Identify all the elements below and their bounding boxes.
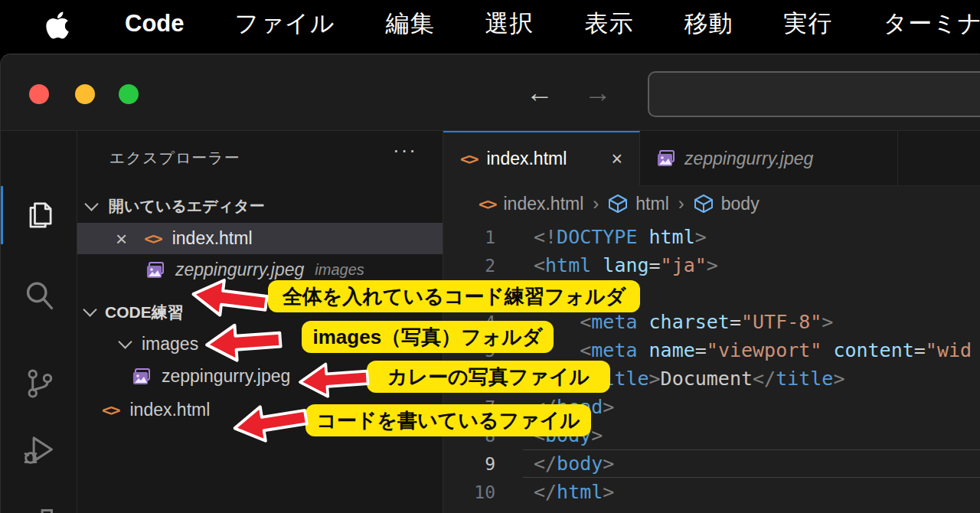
annotation-text: カレーの写真ファイル [367, 361, 610, 393]
html-file-icon: <> [144, 229, 162, 248]
chevron-down-icon [83, 302, 96, 316]
chevron-down-icon [118, 335, 132, 348]
screenshot-root: Codeファイル編集選択表示移動実行ターミナル ← → [0, 0, 980, 513]
breadcrumb-separator-icon: › [593, 193, 599, 214]
tab-index.html[interactable]: <>index.html× [443, 131, 640, 186]
image-file-icon [146, 262, 165, 279]
image-file-icon [132, 368, 151, 385]
maximize-window-button[interactable] [119, 84, 139, 104]
html-file-icon: <> [460, 149, 478, 168]
menubar-item-2[interactable]: 編集 [385, 8, 434, 40]
open-editors-section[interactable]: 開いているエディター [77, 191, 443, 222]
annotation-text: コードを書いているファイル [305, 404, 591, 436]
line-number: 9 [443, 454, 495, 474]
breadcrumb-item[interactable]: html [635, 194, 668, 214]
html-file-icon: <> [102, 400, 119, 420]
breadcrumb: <>index.html›html›body [443, 186, 980, 221]
tree-item-label: index.html [130, 400, 211, 420]
activity-bar [1, 131, 77, 513]
menubar-items: Codeファイル編集選択表示移動実行ターミナル [125, 0, 980, 47]
annotation-text: images（写真）フォルダ [302, 321, 554, 353]
tab-zeppingurry.jpeg[interactable]: zeppingurry.jpeg [640, 131, 898, 186]
explorer-icon[interactable] [22, 198, 56, 232]
search-icon[interactable] [22, 279, 56, 312]
annotation-text: 全体を入れているコード練習フォルダ [268, 280, 640, 312]
code-text: <meta charset="UTF-8"> [534, 311, 833, 333]
tree-item-label: zeppingurry.jpeg [162, 366, 290, 387]
annotation-callout: コードを書いているファイル [305, 404, 591, 436]
run-debug-icon[interactable] [22, 433, 56, 466]
editor-folder-description: images [315, 261, 364, 279]
minimize-window-button[interactable] [75, 84, 95, 104]
line-number: 10 [443, 482, 495, 502]
breadcrumb-separator-icon: › [678, 193, 684, 214]
tab-label: zeppingurry.jpeg [684, 149, 813, 169]
line-number: 2 [443, 256, 495, 276]
menubar-item-3[interactable]: 選択 [485, 8, 534, 40]
code-line-1[interactable]: 1<!DOCTYPE html> [443, 223, 980, 251]
open-editors-label: 開いているエディター [109, 196, 265, 217]
menubar-item-4[interactable]: 表示 [584, 8, 633, 40]
menubar-item-6[interactable]: 実行 [783, 8, 832, 40]
source-control-icon[interactable] [22, 367, 56, 400]
close-tab-icon[interactable]: × [611, 148, 622, 170]
window-titlebar: ← → [1, 54, 980, 131]
annotation-callout: カレーの写真ファイル [367, 361, 610, 393]
editor-name-label: index.html [172, 228, 253, 249]
chevron-down-icon [84, 197, 98, 211]
image-file-icon [657, 150, 675, 167]
symbol-cube-icon [694, 194, 714, 214]
breadcrumb-item[interactable]: body [721, 194, 760, 214]
code-line-10[interactable]: 10</html> [443, 478, 980, 506]
code-text: </body> [534, 453, 614, 475]
menubar-item-1[interactable]: ファイル [235, 8, 335, 40]
line-number: 1 [443, 227, 495, 247]
macos-menubar: Codeファイル編集選択表示移動実行ターミナル [0, 0, 980, 47]
editor-tabbar: <>index.html×zeppingurry.jpeg [443, 131, 980, 186]
code-text: </html> [534, 481, 614, 503]
code-text: <!DOCTYPE html> [534, 226, 707, 248]
code-text: <html lang="ja"> [534, 254, 718, 276]
open-editor-index.html[interactable]: ×<>index.html [77, 223, 443, 254]
annotation-callout: images（写真）フォルダ [302, 321, 554, 353]
apple-menu-icon[interactable] [46, 10, 69, 38]
code-line-2[interactable]: 2<html lang="ja"> [443, 251, 980, 279]
active-view-indicator [1, 186, 3, 244]
html-file-icon: <> [479, 194, 496, 214]
annotation-arrow-icon [199, 319, 287, 366]
close-window-button[interactable] [29, 84, 49, 104]
annotation-arrow-icon [297, 357, 371, 403]
root-folder-label: CODE練習 [105, 302, 184, 323]
tab-label: index.html [487, 149, 567, 169]
menubar-item-5[interactable]: 移動 [684, 8, 733, 40]
tree-item-label: images [142, 334, 198, 355]
code-text: <meta name="viewport" content="wid [534, 339, 972, 361]
close-editor-icon[interactable]: × [116, 229, 127, 249]
navigate-forward-icon[interactable]: → [584, 77, 612, 108]
menubar-item-code[interactable]: Code [125, 10, 185, 38]
explorer-title: エクスプローラー [109, 148, 240, 168]
explorer-more-actions-icon[interactable]: ··· [393, 139, 417, 162]
breadcrumb-item[interactable]: index.html [504, 194, 584, 214]
menubar-item-7[interactable]: ターミナル [883, 8, 980, 40]
symbol-cube-icon [608, 194, 628, 214]
code-line-9[interactable]: 9</body> [443, 449, 980, 478]
annotation-callout: 全体を入れているコード練習フォルダ [268, 280, 640, 312]
extensions-icon[interactable] [22, 506, 56, 513]
command-center-searchbox[interactable] [648, 71, 980, 117]
navigate-back-icon[interactable]: ← [526, 77, 554, 108]
